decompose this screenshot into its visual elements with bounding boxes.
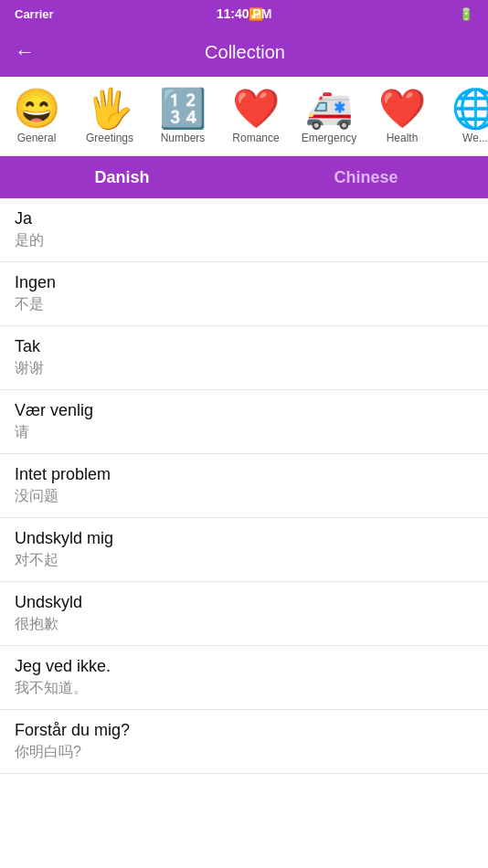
list-item[interactable]: Vær venlig请 (0, 390, 488, 454)
page-title: Collection (44, 42, 446, 63)
general-icon: 😄 (13, 88, 60, 130)
w-icon: 🌐 (451, 88, 488, 130)
list-item[interactable]: Forstår du mig?你明白吗? (0, 710, 488, 774)
list-item[interactable]: Intet problem没问题 (0, 454, 488, 518)
general-label: General (17, 132, 57, 144)
list-item[interactable]: Jeg ved ikke.我不知道。 (0, 646, 488, 710)
phrase-secondary: 你明白吗? (15, 743, 473, 762)
phrase-primary: Ingen (15, 273, 473, 292)
numbers-label: Numbers (161, 132, 206, 144)
health-icon: ❤️ (378, 88, 426, 130)
phrase-primary: Tak (15, 337, 473, 356)
health-label: Health (387, 132, 419, 144)
category-item-emergency[interactable]: 🚑Emergency (292, 84, 366, 148)
list-item[interactable]: Ja是的 (0, 198, 488, 262)
back-button[interactable]: ← (15, 42, 35, 62)
phrase-secondary: 很抱歉 (15, 615, 473, 634)
phrase-primary: Undskyld mig (15, 529, 473, 548)
phrase-list: Ja是的Ingen不是Tak谢谢Vær venlig请Intet problem… (0, 198, 488, 774)
category-item-w[interactable]: 🌐We... (439, 84, 488, 148)
phrase-secondary: 对不起 (15, 551, 473, 570)
phrase-primary: Undskyld (15, 593, 473, 612)
battery-icon: 🔋 (459, 7, 473, 21)
phrase-secondary: 不是 (15, 295, 473, 314)
category-item-greetings[interactable]: 🖐️Greetings (73, 84, 146, 148)
carrier-label: Carrier (15, 7, 54, 21)
header: ← Collection (0, 27, 488, 77)
phrase-primary: Ja (15, 209, 473, 228)
language-tabs: Danish Chinese (0, 156, 488, 198)
time-label: 11:40 PM (217, 6, 272, 21)
tab-danish[interactable]: Danish (0, 156, 244, 198)
phrase-secondary: 谢谢 (15, 359, 473, 378)
phrase-secondary: 是的 (15, 231, 473, 250)
category-item-health[interactable]: ❤️Health (366, 84, 439, 148)
phrase-primary: Jeg ved ikke. (15, 657, 473, 676)
list-item[interactable]: Tak谢谢 (0, 326, 488, 390)
phrase-primary: Vær venlig (15, 401, 473, 420)
category-scroll: 😄General🖐️Greetings🔢Numbers❤️Romance🚑Eme… (0, 77, 488, 156)
phrase-secondary: 没问题 (15, 487, 473, 506)
phrase-primary: Forstår du mig? (15, 721, 473, 740)
numbers-icon: 🔢 (159, 88, 207, 130)
w-label: We... (462, 132, 488, 144)
status-bar: Carrier 📶 11:40 PM 🔋 (0, 0, 488, 27)
romance-icon: ❤️ (232, 88, 280, 130)
phrase-secondary: 请 (15, 423, 473, 442)
phrase-primary: Intet problem (15, 465, 473, 484)
tab-chinese[interactable]: Chinese (244, 156, 488, 198)
greetings-label: Greetings (86, 132, 133, 144)
emergency-label: Emergency (302, 132, 357, 144)
list-item[interactable]: Undskyld mig对不起 (0, 518, 488, 582)
list-item[interactable]: Ingen不是 (0, 262, 488, 326)
list-item[interactable]: Undskyld很抱歉 (0, 582, 488, 646)
category-item-general[interactable]: 😄General (0, 84, 73, 148)
phrase-secondary: 我不知道。 (15, 679, 473, 698)
category-item-romance[interactable]: ❤️Romance (219, 84, 292, 148)
greetings-icon: 🖐️ (86, 88, 133, 130)
romance-label: Romance (232, 132, 279, 144)
category-item-numbers[interactable]: 🔢Numbers (146, 84, 219, 148)
emergency-icon: 🚑 (305, 88, 353, 130)
